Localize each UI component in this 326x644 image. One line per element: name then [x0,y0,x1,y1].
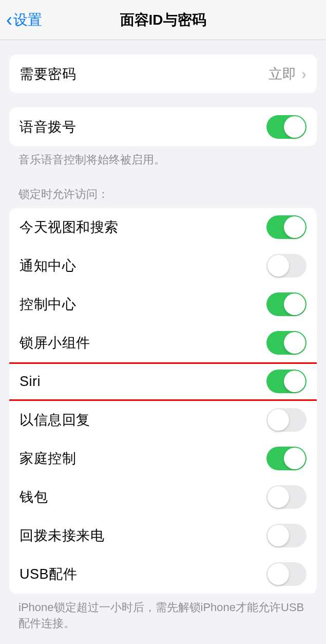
require-passcode-group: 需要密码 立即 › [9,54,317,93]
lock-access-label: 以信息回复 [20,411,90,429]
page-title: 面容ID与密码 [120,10,206,30]
lock-access-toggle[interactable] [266,331,306,355]
lock-access-group: 今天视图和搜索通知中心控制中心锁屏小组件Siri以信息回复家庭控制钱包回拨未接来… [9,208,317,594]
lock-access-row: Siri [9,362,317,401]
lock-access-toggle[interactable] [266,292,306,316]
lock-access-header: 锁定时允许访问： [0,187,326,208]
lock-access-label: 钱包 [20,488,48,506]
lock-access-row: 家庭控制 [9,439,317,478]
lock-access-toggle[interactable] [266,370,306,393]
voice-dial-row: 语音拨号 [9,107,317,146]
lock-access-label: 锁屏小组件 [20,334,90,352]
lock-access-row: 控制中心 [9,285,317,324]
lock-access-row: 锁屏小组件 [9,324,317,362]
navigation-header: ‹ 设置 面容ID与密码 [0,0,326,40]
lock-access-toggle[interactable] [266,254,306,278]
toggle-knob [267,525,289,546]
toggle-knob [284,371,305,392]
voice-dial-label: 语音拨号 [20,118,76,136]
lock-access-toggle[interactable] [266,447,306,470]
chevron-left-icon: ‹ [6,11,12,29]
toggle-knob [267,563,289,585]
lock-access-row: 今天视图和搜索 [9,208,317,247]
back-button[interactable]: ‹ 设置 [6,10,42,30]
lock-access-label: 控制中心 [20,295,76,314]
back-label: 设置 [13,10,42,30]
chevron-right-icon: › [301,66,306,82]
lock-access-row: USB配件 [9,555,317,594]
lock-access-footer: iPhone锁定超过一小时后，需先解锁iPhone才能允许USB配件连接。 [0,594,326,632]
require-passcode-row[interactable]: 需要密码 立即 › [9,54,317,93]
lock-access-label: 通知中心 [20,256,76,275]
voice-dial-toggle[interactable] [266,115,306,139]
voice-dial-group: 语音拨号 [9,107,317,146]
toggle-knob [284,332,305,354]
require-passcode-value-container: 立即 › [269,65,306,83]
lock-access-label: Siri [20,374,41,390]
lock-access-label: USB配件 [20,565,77,583]
lock-access-label: 回拨未接来电 [20,526,104,545]
lock-access-toggle[interactable] [266,524,306,547]
lock-access-row: 以信息回复 [9,401,317,439]
lock-access-toggle[interactable] [266,408,306,432]
require-passcode-value: 立即 [269,65,296,83]
lock-access-row: 回拨未接来电 [9,517,317,555]
toggle-knob [267,486,289,508]
toggle-knob [267,255,289,277]
lock-access-label: 今天视图和搜索 [20,218,119,236]
toggle-knob [284,448,305,469]
voice-dial-footer: 音乐语音控制将始终被启用。 [0,146,326,168]
lock-access-toggle[interactable] [266,215,306,239]
toggle-knob [284,116,305,138]
toggle-knob [284,216,305,238]
lock-access-row: 通知中心 [9,247,317,285]
toggle-knob [284,293,305,315]
require-passcode-label: 需要密码 [20,65,76,83]
toggle-knob [267,409,289,431]
lock-access-toggle[interactable] [266,562,306,586]
lock-access-toggle[interactable] [266,485,306,509]
lock-access-row: 钱包 [9,478,317,517]
lock-access-label: 家庭控制 [20,449,76,468]
